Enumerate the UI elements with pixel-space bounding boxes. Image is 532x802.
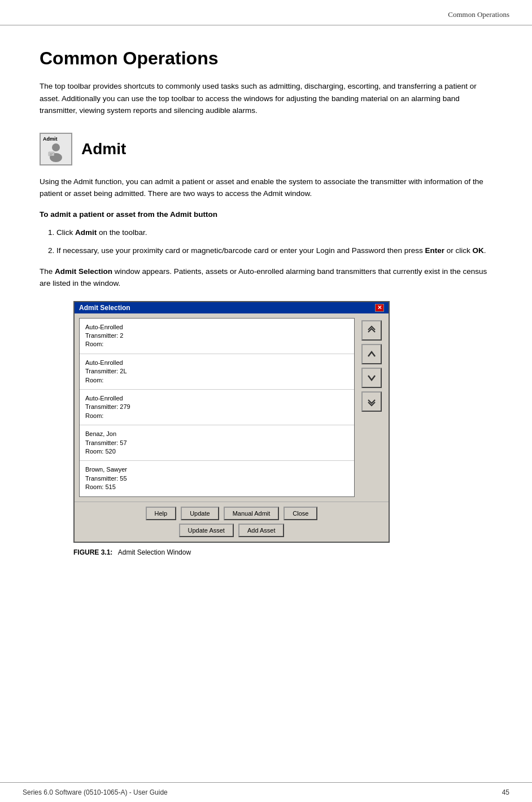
up-arrow-icon <box>366 348 377 360</box>
admit-icon-label: Admit <box>43 136 58 142</box>
scroll-up-button[interactable] <box>361 344 382 364</box>
admit-sub-heading: To admit a patient or asset from the Adm… <box>40 210 492 219</box>
double-up-arrow-icon <box>366 325 377 336</box>
figure-caption: FIGURE 3.1: Admit Selection Window <box>73 548 492 556</box>
header-title: Common Operations <box>448 10 509 19</box>
admit-heading-row: Admit Admit <box>40 133 492 165</box>
scroll-down-button[interactable] <box>361 368 382 388</box>
nav-arrows <box>359 318 384 497</box>
chapter-title: Common Operations <box>40 48 492 69</box>
main-content: Common Operations The top toolbar provid… <box>0 25 532 607</box>
figure-text: Admit Selection Window <box>118 548 191 556</box>
double-down-arrow-icon <box>366 396 377 407</box>
dialog-footer: Help Update Manual Admit Close Update As… <box>75 502 389 542</box>
footer-left: Series 6.0 Software (0510-1065-A) - User… <box>23 788 168 796</box>
scroll-bottom-button[interactable] <box>361 391 382 412</box>
steps-list: Click Admit on the toolbar. If necessary… <box>56 226 492 258</box>
intro-text: The top toolbar provides shortcuts to co… <box>40 80 492 117</box>
patient-item[interactable]: Brown, SawyerTransmitter: 55Room: 515 <box>80 461 354 496</box>
dialog-buttons-row1: Help Update Manual Admit Close <box>80 507 383 520</box>
admit-icon-box: Admit <box>40 133 72 165</box>
svg-rect-2 <box>49 152 54 156</box>
figure-label: FIGURE 3.1: <box>73 548 112 556</box>
patient-item[interactable]: Auto-EnrolledTransmitter: 2Room: <box>80 319 354 354</box>
help-button[interactable]: Help <box>146 507 177 520</box>
step-2-enter: Enter <box>425 246 445 255</box>
dialog-title: Admit Selection <box>79 304 130 312</box>
admit-selection-screenshot: Admit Selection ✕ Auto-EnrolledTransmitt… <box>73 301 390 543</box>
step-2-ok: OK <box>473 246 484 255</box>
manual-admit-button[interactable]: Manual Admit <box>224 507 280 520</box>
dialog-close-button[interactable]: ✕ <box>375 304 384 312</box>
patient-item[interactable]: Benaz, JonTransmitter: 57Room: 520 <box>80 425 354 461</box>
step-2: If necessary, use your proximity card or… <box>56 245 492 257</box>
down-arrow-icon <box>366 372 377 383</box>
close-button[interactable]: Close <box>284 507 317 520</box>
dialog-body: Auto-EnrolledTransmitter: 2Room: Auto-En… <box>75 313 389 502</box>
admit-icon-figure <box>45 141 67 162</box>
footer-right: 45 <box>502 788 509 796</box>
patient-item[interactable]: Auto-EnrolledTransmitter: 2LRoom: <box>80 354 354 390</box>
page-footer: Series 6.0 Software (0510-1065-A) - User… <box>0 782 532 802</box>
continuation-text: The Admit Selection window appears. Pati… <box>40 265 492 290</box>
dialog-buttons-row2: Update Asset Add Asset <box>80 524 383 537</box>
patient-list: Auto-EnrolledTransmitter: 2Room: Auto-En… <box>79 318 355 497</box>
svg-point-0 <box>52 143 60 151</box>
admit-selection-bold: Admit Selection <box>55 267 112 276</box>
update-asset-button[interactable]: Update Asset <box>179 524 234 537</box>
scroll-top-button[interactable] <box>361 320 382 341</box>
admit-description: Using the Admit function, you can admit … <box>40 176 492 200</box>
update-button[interactable]: Update <box>181 507 219 520</box>
step-1-bold: Admit <box>75 228 97 237</box>
add-asset-button[interactable]: Add Asset <box>238 524 285 537</box>
page-header: Common Operations <box>0 0 532 25</box>
dialog-titlebar: Admit Selection ✕ <box>75 302 389 313</box>
step-1: Click Admit on the toolbar. <box>56 226 492 239</box>
patient-item[interactable]: Auto-EnrolledTransmitter: 279Room: <box>80 390 354 425</box>
admit-section-title: Admit <box>81 140 126 158</box>
